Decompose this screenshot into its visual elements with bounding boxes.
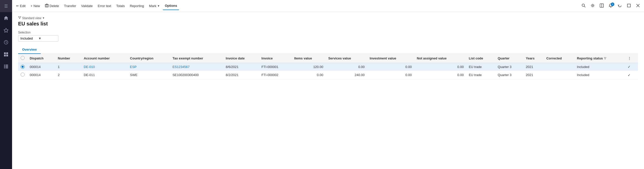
cell-not-assigned-1: 0.00 (414, 63, 466, 71)
th-not-assigned[interactable]: Not assigned value (414, 54, 466, 63)
close-button[interactable] (634, 2, 642, 10)
new-plus-icon: + (30, 4, 32, 8)
table-row[interactable]: 000014 1 DE-010 ESP ES1234567 8/6/2021 F… (18, 63, 638, 71)
refresh-button[interactable] (616, 2, 624, 10)
column-more-icon[interactable]: ⋮ (628, 56, 631, 60)
reporting-button[interactable]: Reporting (128, 2, 146, 10)
svg-rect-10 (4, 67, 5, 68)
delete-icon (45, 4, 49, 8)
th-quarter[interactable]: Quarter (495, 54, 523, 63)
hamburger-icon[interactable]: ☰ (0, 0, 12, 12)
transfer-button[interactable]: Transfer (62, 2, 78, 10)
cell-account-1[interactable]: DE-010 (81, 63, 128, 71)
th-invoice-date[interactable]: Invoice date (223, 54, 259, 63)
page-title: EU sales list (18, 21, 638, 27)
cell-services-value-2: 240.00 (326, 71, 367, 79)
home-icon[interactable] (0, 12, 12, 24)
options-button[interactable]: Options (163, 2, 179, 10)
cell-invoice-date-1: 8/6/2021 (223, 63, 259, 71)
settings-icon (591, 4, 595, 9)
th-account-number[interactable]: Account number (81, 54, 128, 63)
svg-rect-8 (4, 66, 5, 67)
th-tax-exempt[interactable]: Tax exempt number (170, 54, 223, 63)
reporting-status-filter-icon[interactable]: ▽ (604, 57, 606, 60)
svg-rect-2 (4, 52, 6, 54)
svg-rect-9 (6, 66, 8, 67)
cell-check-2: ✓ (625, 71, 638, 79)
row-select-2[interactable] (18, 71, 27, 79)
th-items-value[interactable]: Items value (292, 54, 326, 63)
edit-icon: ✏ (16, 4, 19, 8)
notification-button[interactable]: 0 (607, 2, 615, 10)
th-select (18, 54, 27, 63)
svg-rect-4 (4, 55, 6, 56)
edit-button[interactable]: ✏ Edit (14, 2, 27, 10)
clock-icon[interactable] (0, 36, 12, 48)
svg-rect-7 (6, 65, 8, 65)
th-more[interactable]: ⋮ (625, 54, 638, 63)
validate-button[interactable]: Validate (79, 2, 95, 10)
cell-number-1: 1 (55, 63, 81, 71)
cell-invoice-1: FTI-000001 (259, 63, 292, 71)
list-icon[interactable] (0, 60, 12, 73)
svg-rect-6 (4, 65, 5, 65)
svg-rect-11 (6, 67, 8, 68)
cell-dispatch-2: 000014 (27, 71, 55, 79)
svg-line-17 (584, 6, 586, 7)
grid-icon[interactable] (0, 48, 12, 60)
new-button[interactable]: + New (28, 2, 42, 10)
delete-button[interactable]: Delete (43, 2, 61, 10)
cell-check-1: ✓ (625, 63, 638, 71)
star-icon[interactable] (0, 24, 12, 36)
content-area: Standard view ▼ EU sales list Selection … (12, 12, 644, 169)
cell-number-2: 2 (55, 71, 81, 79)
maximize-button[interactable] (625, 2, 633, 10)
toolbar: ✏ Edit + New Delete Transfer Validate Er… (12, 0, 644, 12)
view-selector[interactable]: Standard view ▼ (18, 16, 638, 20)
cell-tax-1[interactable]: ES1234567 (170, 63, 223, 71)
maximize-icon (627, 4, 631, 9)
svg-point-18 (592, 5, 593, 6)
error-text-button[interactable]: Error text (96, 2, 113, 10)
th-corrected[interactable]: Corrected (544, 54, 574, 63)
cell-country-2: SWE (128, 71, 170, 79)
th-dispatch[interactable]: Dispatch (27, 54, 55, 63)
check-icon: ✓ (628, 65, 631, 69)
svg-rect-21 (627, 4, 630, 7)
th-investment-value[interactable]: Investment value (367, 54, 414, 63)
cell-quarter-2: Quarter 3 (495, 71, 523, 79)
cell-reporting-status-1: Included (574, 63, 625, 71)
overview-tab[interactable]: Overview (18, 46, 41, 54)
search-toolbar-button[interactable] (580, 2, 588, 10)
svg-rect-12 (45, 5, 48, 7)
search-icon (582, 4, 586, 9)
layout-button[interactable] (598, 2, 606, 10)
table-row[interactable]: 000014 2 DE-011 SWE SE100200300400 8/2/2… (18, 71, 638, 79)
cell-invoice-date-2: 8/2/2021 (223, 71, 259, 79)
selection-chevron-icon: ▼ (38, 37, 56, 40)
totals-button[interactable]: Totals (114, 2, 127, 10)
th-invoice[interactable]: Invoice (259, 54, 292, 63)
th-services-value[interactable]: Services value (326, 54, 367, 63)
th-number[interactable]: Number (55, 54, 81, 63)
sidebar: ☰ (0, 0, 12, 169)
toolbar-right: 0 (580, 2, 642, 10)
cell-items-value-2: 0.00 (292, 71, 326, 79)
cell-years-2: 2021 (523, 71, 544, 79)
selection-dropdown[interactable]: Included ▼ (18, 35, 58, 42)
cell-corrected-1 (544, 63, 574, 71)
settings-button[interactable] (589, 2, 597, 10)
cell-corrected-2 (544, 71, 574, 79)
svg-rect-3 (6, 52, 8, 54)
row-select-1[interactable] (18, 63, 27, 71)
svg-rect-5 (6, 55, 8, 56)
th-list-code[interactable]: List code (466, 54, 495, 63)
th-years[interactable]: Years (523, 54, 544, 63)
th-reporting-status[interactable]: Reporting status ▽ (574, 54, 625, 63)
mark-button[interactable]: Mark ▼ (147, 2, 162, 10)
th-country[interactable]: Country/region (128, 54, 170, 63)
filter-icon (18, 16, 21, 20)
cell-country-1[interactable]: ESP (128, 63, 170, 71)
view-chevron-icon: ▼ (42, 17, 45, 19)
layout-icon (600, 4, 604, 9)
